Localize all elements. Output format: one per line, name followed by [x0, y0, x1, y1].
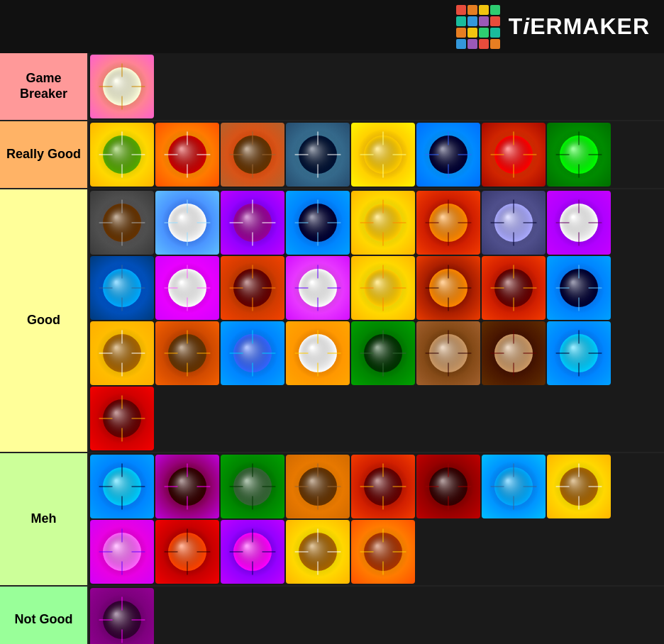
- tier-item-g21[interactable]: [351, 321, 415, 385]
- tile-canvas: [351, 520, 415, 584]
- tier-item-g19[interactable]: [221, 321, 284, 385]
- tier-item-g7[interactable]: [482, 191, 546, 255]
- tier-item-rg6[interactable]: [416, 123, 480, 187]
- tile-canvas: [482, 256, 546, 320]
- tier-label-meh: Meh: [0, 453, 89, 585]
- tier-content-game-breaker: [89, 53, 664, 120]
- tier-item-m1[interactable]: [90, 455, 154, 518]
- tier-item-m9[interactable]: [90, 520, 154, 584]
- tier-item-ng1[interactable]: [90, 588, 154, 644]
- tier-item-m8[interactable]: [547, 455, 611, 518]
- tier-item-g4[interactable]: [286, 191, 350, 255]
- tier-item-g22[interactable]: [416, 321, 480, 385]
- tier-item-g6[interactable]: [416, 191, 480, 255]
- tier-container: Game BreakerReally GoodGoodMehNot GoodLi…: [0, 53, 664, 644]
- tier-item-g1[interactable]: [90, 191, 154, 255]
- tier-item-g15[interactable]: [482, 256, 546, 320]
- tier-item-m11[interactable]: [221, 520, 284, 584]
- tile-canvas: [286, 321, 350, 385]
- tier-item-m13[interactable]: [351, 520, 415, 584]
- tile-canvas: [90, 256, 154, 320]
- tier-item-g12[interactable]: [286, 256, 350, 320]
- logo-cell: [467, 5, 477, 15]
- tile-canvas: [221, 191, 284, 255]
- logo-grid: [456, 5, 500, 49]
- tile-canvas: [416, 321, 480, 385]
- tile-canvas: [351, 256, 415, 320]
- tier-item-gb1[interactable]: [90, 55, 154, 118]
- tile-canvas: [155, 455, 219, 518]
- tier-item-m2[interactable]: [155, 455, 219, 518]
- tier-item-g24[interactable]: [547, 321, 611, 385]
- tier-item-m5[interactable]: [351, 455, 415, 518]
- tier-item-rg2[interactable]: [155, 123, 219, 187]
- tier-content-meh: [89, 453, 664, 585]
- logo-cell: [479, 5, 489, 15]
- tile-canvas: [90, 520, 154, 584]
- tier-item-rg1[interactable]: [90, 123, 154, 187]
- logo-cell: [479, 16, 489, 26]
- logo-cell: [490, 5, 500, 15]
- tier-item-g17[interactable]: [90, 321, 154, 385]
- tile-canvas: [547, 191, 611, 255]
- tier-item-rg4[interactable]: [286, 123, 350, 187]
- logo-cell: [479, 28, 489, 38]
- tier-item-g23[interactable]: [482, 321, 546, 385]
- tier-item-m6[interactable]: [416, 455, 480, 518]
- tile-canvas: [90, 321, 154, 385]
- tier-item-g14[interactable]: [416, 256, 480, 320]
- tier-label-game-breaker: Game Breaker: [0, 53, 89, 120]
- logo-cell: [467, 39, 477, 49]
- tier-item-g13[interactable]: [351, 256, 415, 320]
- tile-canvas: [90, 387, 154, 450]
- tier-label-good: Good: [0, 189, 89, 452]
- tier-item-m7[interactable]: [482, 455, 546, 518]
- tier-item-m3[interactable]: [221, 455, 284, 518]
- tile-canvas: [482, 123, 546, 187]
- logo-cell: [467, 28, 477, 38]
- tile-canvas: [286, 123, 350, 187]
- tile-canvas: [286, 455, 350, 518]
- logo-cell: [490, 28, 500, 38]
- tile-canvas: [221, 321, 284, 385]
- tile-canvas: [221, 256, 284, 320]
- tile-canvas: [416, 191, 480, 255]
- tier-item-m10[interactable]: [155, 520, 219, 584]
- tile-canvas: [155, 520, 219, 584]
- tier-row-good: Good: [0, 189, 664, 453]
- tile-canvas: [482, 321, 546, 385]
- tier-item-g9[interactable]: [90, 256, 154, 320]
- tile-canvas: [286, 191, 350, 255]
- tile-canvas: [221, 123, 284, 187]
- tier-content-really-good: [89, 121, 664, 188]
- tier-content-good: [89, 189, 664, 452]
- tile-canvas: [90, 455, 154, 518]
- tier-item-g5[interactable]: [351, 191, 415, 255]
- tier-label-really-good: Really Good: [0, 121, 89, 188]
- tier-item-g25[interactable]: [90, 387, 154, 450]
- tier-item-rg5[interactable]: [351, 123, 415, 187]
- tier-item-g3[interactable]: [221, 191, 284, 255]
- tier-item-m4[interactable]: [286, 455, 350, 518]
- tier-item-g18[interactable]: [155, 321, 219, 385]
- logo-cell: [456, 5, 466, 15]
- tile-canvas: [351, 123, 415, 187]
- header: TiERMAKER: [0, 0, 664, 53]
- tier-item-g11[interactable]: [221, 256, 284, 320]
- tier-item-g2[interactable]: [155, 191, 219, 255]
- logo-cell: [467, 16, 477, 26]
- logo-cell: [490, 16, 500, 26]
- tier-item-rg8[interactable]: [547, 123, 611, 187]
- logo-cell: [479, 39, 489, 49]
- tier-item-g16[interactable]: [547, 256, 611, 320]
- tier-item-g10[interactable]: [155, 256, 219, 320]
- tier-item-g8[interactable]: [547, 191, 611, 255]
- tier-row-meh: Meh: [0, 453, 664, 587]
- tier-item-rg3[interactable]: [221, 123, 284, 187]
- tile-canvas: [416, 256, 480, 320]
- tier-label-not-good: Not Good: [0, 587, 89, 644]
- tier-item-g20[interactable]: [286, 321, 350, 385]
- tier-item-m12[interactable]: [286, 520, 350, 584]
- tier-item-rg7[interactable]: [482, 123, 546, 187]
- tile-canvas: [155, 321, 219, 385]
